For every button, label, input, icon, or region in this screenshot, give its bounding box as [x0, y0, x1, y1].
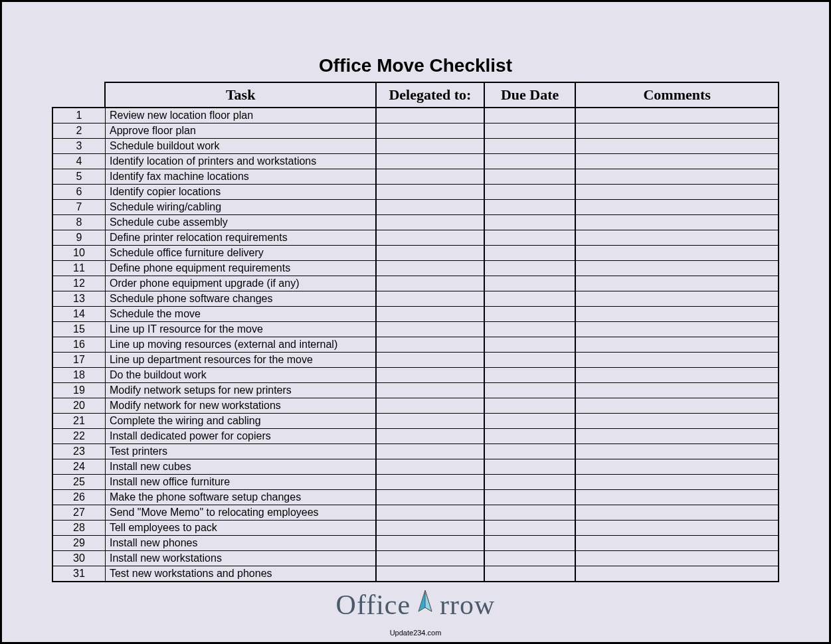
row-comments: [575, 444, 779, 459]
row-delegated: [376, 337, 484, 353]
row-due: [484, 185, 576, 200]
row-number: 10: [52, 246, 105, 261]
row-number: 2: [52, 123, 105, 139]
row-number: 6: [52, 185, 105, 200]
table-row: 28Tell employees to pack: [52, 521, 779, 536]
row-due: [484, 200, 576, 215]
row-task: Modify network setups for new printers: [105, 383, 375, 398]
row-comments: [575, 215, 779, 230]
table-row: 22Install dedicated power for copiers: [52, 429, 779, 444]
row-due: [484, 322, 576, 337]
row-number: 29: [52, 536, 105, 551]
row-comments: [575, 383, 779, 398]
row-number: 4: [52, 154, 105, 169]
table-row: 7Schedule wiring/cabling: [52, 200, 779, 215]
row-comments: [575, 276, 779, 291]
table-row: 2Approve floor plan: [52, 123, 779, 139]
row-comments: [575, 200, 779, 215]
row-due: [484, 154, 576, 169]
row-due: [484, 521, 576, 536]
row-task: Install new workstations: [105, 551, 375, 566]
row-delegated: [376, 261, 484, 276]
row-number: 15: [52, 322, 105, 337]
table-row: 26Make the phone software setup changes: [52, 490, 779, 505]
row-comments: [575, 108, 779, 123]
row-number: 28: [52, 521, 105, 536]
row-comments: [575, 490, 779, 505]
row-due: [484, 291, 576, 307]
row-comments: [575, 230, 779, 246]
row-number: 8: [52, 215, 105, 230]
row-number: 19: [52, 383, 105, 398]
checklist-table: Task Delegated to: Due Date Comments 1Re…: [52, 82, 779, 582]
row-delegated: [376, 551, 484, 566]
row-comments: [575, 291, 779, 307]
row-due: [484, 215, 576, 230]
row-delegated: [376, 276, 484, 291]
row-due: [484, 398, 576, 414]
header-comments: Comments: [575, 82, 779, 108]
row-number: 27: [52, 505, 105, 521]
row-task: Define printer relocation requirements: [105, 230, 375, 246]
row-due: [484, 536, 576, 551]
header-due: Due Date: [484, 82, 576, 108]
row-due: [484, 459, 576, 475]
row-task: Identify fax machine locations: [105, 169, 375, 185]
row-comments: [575, 337, 779, 353]
table-row: 1Review new location floor plan: [52, 108, 779, 123]
row-number: 26: [52, 490, 105, 505]
table-row: 20Modify network for new workstations: [52, 398, 779, 414]
row-task: Test new workstations and phones: [105, 566, 375, 582]
row-delegated: [376, 521, 484, 536]
table-row: 3Schedule buildout work: [52, 139, 779, 154]
row-comments: [575, 505, 779, 521]
row-comments: [575, 459, 779, 475]
row-delegated: [376, 230, 484, 246]
row-delegated: [376, 368, 484, 383]
table-row: 13Schedule phone software changes: [52, 291, 779, 307]
row-due: [484, 123, 576, 139]
header-delegated: Delegated to:: [376, 82, 484, 108]
row-task: Line up department resources for the mov…: [105, 353, 375, 368]
table-row: 15Line up IT resource for the move: [52, 322, 779, 337]
row-number: 14: [52, 307, 105, 322]
row-comments: [575, 246, 779, 261]
row-number: 16: [52, 337, 105, 353]
row-due: [484, 108, 576, 123]
row-delegated: [376, 108, 484, 123]
row-comments: [575, 353, 779, 368]
row-due: [484, 230, 576, 246]
table-row: 31Test new workstations and phones: [52, 566, 779, 582]
row-number: 3: [52, 139, 105, 154]
row-delegated: [376, 307, 484, 322]
row-due: [484, 307, 576, 322]
row-number: 21: [52, 414, 105, 429]
row-comments: [575, 123, 779, 139]
table-row: 16Line up moving resources (external and…: [52, 337, 779, 353]
row-due: [484, 337, 576, 353]
table-row: 27Send "Move Memo" to relocating employe…: [52, 505, 779, 521]
row-task: Schedule cube assembly: [105, 215, 375, 230]
row-delegated: [376, 246, 484, 261]
table-row: 18Do the buildout work: [52, 368, 779, 383]
row-delegated: [376, 353, 484, 368]
header-row: Task Delegated to: Due Date Comments: [52, 82, 779, 108]
table-row: 24Install new cubes: [52, 459, 779, 475]
row-delegated: [376, 429, 484, 444]
row-comments: [575, 322, 779, 337]
row-task: Schedule buildout work: [105, 139, 375, 154]
row-due: [484, 444, 576, 459]
row-delegated: [376, 475, 484, 490]
row-delegated: [376, 383, 484, 398]
logo-text-part1: Office: [336, 590, 411, 620]
row-due: [484, 246, 576, 261]
page-title: Office Move Checklist: [52, 55, 779, 76]
row-due: [484, 276, 576, 291]
row-delegated: [376, 414, 484, 429]
row-task: Install new phones: [105, 536, 375, 551]
row-due: [484, 368, 576, 383]
row-delegated: [376, 123, 484, 139]
header-num: [52, 82, 105, 108]
table-row: 8Schedule cube assembly: [52, 215, 779, 230]
row-comments: [575, 566, 779, 582]
